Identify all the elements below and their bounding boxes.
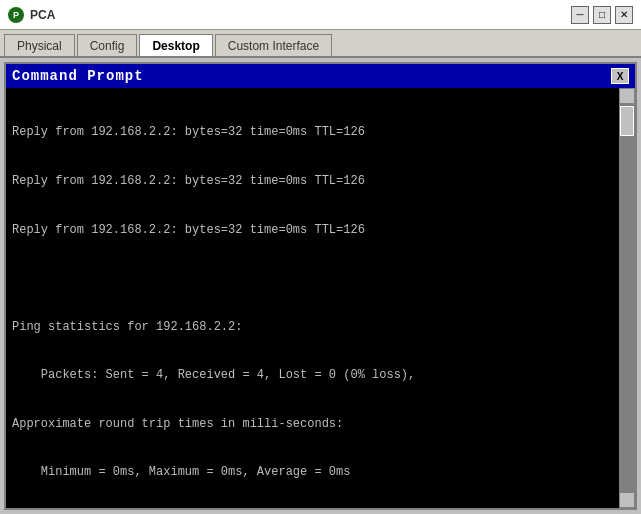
title-bar-left: P PCA — [8, 7, 55, 23]
title-bar: P PCA ─ □ ✕ — [0, 0, 641, 30]
cmd-line-2: Reply from 192.168.2.2: bytes=32 time=0m… — [12, 222, 613, 238]
cmd-line-1: Reply from 192.168.2.2: bytes=32 time=0m… — [12, 173, 613, 189]
tab-desktop[interactable]: Desktop — [139, 34, 212, 56]
maximize-button[interactable]: □ — [593, 6, 611, 24]
tab-custom-interface[interactable]: Custom Interface — [215, 34, 332, 56]
cmd-line-6: Approximate round trip times in milli-se… — [12, 416, 613, 432]
app-icon: P — [8, 7, 24, 23]
app-title: PCA — [30, 8, 55, 22]
command-prompt-window: Command Prompt X Reply from 192.168.2.2:… — [4, 62, 637, 510]
scroll-up-button[interactable]: ▲ — [619, 88, 635, 104]
cmd-close-button[interactable]: X — [611, 68, 629, 84]
cmd-line-3 — [12, 270, 613, 286]
minimize-button[interactable]: ─ — [571, 6, 589, 24]
content-area: Command Prompt X Reply from 192.168.2.2:… — [0, 58, 641, 514]
tab-config[interactable]: Config — [77, 34, 138, 56]
cmd-line-5: Packets: Sent = 4, Received = 4, Lost = … — [12, 367, 613, 383]
cmd-titlebar: Command Prompt X — [6, 64, 635, 88]
window-controls: ─ □ ✕ — [571, 6, 633, 24]
scroll-thumb[interactable] — [620, 106, 634, 136]
cmd-line-7: Minimum = 0ms, Maximum = 0ms, Average = … — [12, 464, 613, 480]
scroll-down-button[interactable]: ▼ — [619, 492, 635, 508]
cmd-line-0: Reply from 192.168.2.2: bytes=32 time=0m… — [12, 124, 613, 140]
cmd-title: Command Prompt — [12, 68, 144, 84]
cmd-body: Reply from 192.168.2.2: bytes=32 time=0m… — [6, 88, 635, 508]
tab-physical[interactable]: Physical — [4, 34, 75, 56]
scroll-track[interactable] — [619, 104, 635, 492]
cmd-content[interactable]: Reply from 192.168.2.2: bytes=32 time=0m… — [6, 88, 619, 508]
cmd-line-4: Ping statistics for 192.168.2.2: — [12, 319, 613, 335]
scrollbar: ▲ ▼ — [619, 88, 635, 508]
tab-bar: Physical Config Desktop Custom Interface — [0, 30, 641, 58]
close-button[interactable]: ✕ — [615, 6, 633, 24]
